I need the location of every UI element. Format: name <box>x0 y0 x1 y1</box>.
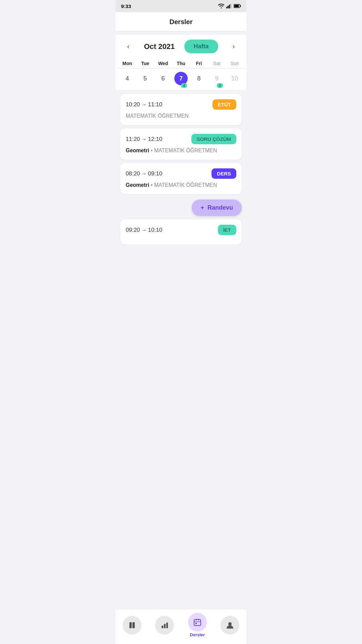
time-end: 11:10 <box>148 101 163 108</box>
svg-rect-8 <box>132 622 135 628</box>
svg-rect-9 <box>162 626 163 628</box>
hafta-button[interactable]: Hafta <box>184 40 218 53</box>
date-number-6: 6 <box>157 72 170 85</box>
svg-rect-6 <box>240 5 241 7</box>
time-end: 12:10 <box>148 136 163 143</box>
time-end: 10:10 <box>148 227 163 233</box>
date-cell-8[interactable]: 8 <box>190 72 208 85</box>
date-cell-6[interactable]: 6 <box>154 72 172 85</box>
subject-rest: • MATEMATİK ÖĞRETMEN <box>149 182 217 188</box>
time-start: 09:20 <box>126 227 140 233</box>
dersler-nav-label: Dersler <box>190 632 205 637</box>
battery-icon <box>234 4 241 8</box>
books-icon <box>128 621 136 630</box>
day-label-wed: Wed <box>154 61 172 68</box>
lesson-subject-0: MATEMATİK ÖĞRETMEN <box>126 113 236 119</box>
nav-item-profile[interactable] <box>221 616 239 635</box>
svg-rect-0 <box>226 7 227 8</box>
day-label-thu: Thu <box>172 61 190 68</box>
date-cell-7[interactable]: 74 <box>172 72 190 85</box>
lesson-subject-1: Geometri • MATEMATİK ÖĞRETMEN <box>126 148 236 154</box>
time-start: 11:20 <box>126 136 140 143</box>
lesson-badge-0: ETÜT <box>213 99 236 110</box>
subject-bold: Geometri <box>126 182 149 188</box>
day-label-mon: Mon <box>118 61 136 68</box>
randevu-fab-button[interactable]: + Randevu <box>192 200 242 216</box>
date-badge-7: 4 <box>181 83 187 88</box>
calendar-nav: ‹ Oct 2021 Hafta › <box>116 35 246 58</box>
bottom-nav: Dersler <box>116 609 246 644</box>
day-label-fri: Fri <box>190 61 208 68</box>
lesson-card-0[interactable]: 10:20 → 11:10ETÜTMATEMATİK ÖĞRETMEN <box>120 94 242 125</box>
date-cell-9[interactable]: 92 <box>208 72 226 85</box>
calendar-icon <box>193 618 202 627</box>
time-start: 08:20 <box>126 170 140 177</box>
lesson-badge-3: İET <box>218 225 236 235</box>
svg-rect-7 <box>129 622 132 628</box>
svg-rect-15 <box>194 622 201 622</box>
date-badge-9: 2 <box>217 83 223 88</box>
week-dates[interactable]: 4567489210 <box>116 68 246 90</box>
nav-item-stats[interactable] <box>155 616 174 635</box>
svg-point-17 <box>228 622 232 626</box>
stats-icon-circle <box>155 616 174 635</box>
lesson-top-0: 10:20 → 11:10ETÜT <box>126 99 236 110</box>
header: Dersler <box>116 12 246 32</box>
lesson-time-1: 11:20 → 12:10 <box>126 136 162 143</box>
lesson-time-3: 09:20 → 10:10 <box>126 227 162 233</box>
date-number-8: 8 <box>192 72 205 85</box>
week-days-header: MonTueWedThuFriSatSun <box>116 58 246 68</box>
prev-month-button[interactable]: ‹ <box>122 41 134 53</box>
svg-rect-2 <box>229 5 230 8</box>
lesson-subject-2: Geometri • MATEMATİK ÖĞRETMEN <box>126 182 236 188</box>
date-cell-5[interactable]: 5 <box>136 72 154 85</box>
lesson-card-1[interactable]: 11:20 → 12:10SORU ÇÖZÜMGeometri • MATEMA… <box>120 128 242 160</box>
date-cell-4[interactable]: 4 <box>118 72 136 85</box>
time-arrow: → <box>141 136 147 142</box>
lesson-time-2: 08:20 → 09:10 <box>126 170 162 177</box>
profile-icon-circle <box>221 616 239 635</box>
svg-rect-16 <box>195 623 197 624</box>
wifi-icon <box>218 4 224 8</box>
time-arrow: → <box>141 171 147 177</box>
lesson-top-3: 09:20 → 10:10İET <box>126 225 236 235</box>
lesson-time-0: 10:20 → 11:10 <box>126 101 162 108</box>
stats-icon <box>160 621 169 630</box>
date-number-9: 92 <box>210 72 224 85</box>
lesson-top-1: 11:20 → 12:10SORU ÇÖZÜM <box>126 134 236 144</box>
time-start: 10:20 <box>126 101 140 108</box>
nav-item-dersler[interactable]: Dersler <box>188 613 207 637</box>
date-number-4: 4 <box>121 72 134 85</box>
svg-rect-3 <box>230 4 231 8</box>
next-month-button[interactable]: › <box>228 41 240 53</box>
lesson-card-2[interactable]: 08:20 → 09:10DERSGeometri • MATEMATİK ÖĞ… <box>120 163 242 194</box>
dersler-icon-circle <box>188 613 207 632</box>
lesson-badge-2: DERS <box>212 168 236 179</box>
date-number-5: 5 <box>138 72 152 85</box>
profile-icon <box>226 621 234 630</box>
status-icons <box>218 4 241 8</box>
time-arrow: → <box>141 227 147 233</box>
subject-rest: • MATEMATİK ÖĞRETMEN <box>149 148 217 153</box>
books-icon-circle <box>123 616 141 635</box>
day-label-tue: Tue <box>136 61 154 68</box>
signal-icon <box>226 4 232 8</box>
svg-rect-12 <box>194 620 201 626</box>
svg-rect-14 <box>198 619 199 621</box>
date-number-7: 74 <box>174 72 188 85</box>
status-time: 9:33 <box>121 3 131 9</box>
svg-rect-13 <box>196 619 197 621</box>
svg-rect-1 <box>228 6 229 8</box>
time-end: 09:10 <box>148 170 163 177</box>
date-cell-10[interactable]: 10 <box>226 72 244 85</box>
time-arrow: → <box>141 102 147 108</box>
day-label-sun: Sun <box>226 61 244 68</box>
lesson-card-3[interactable]: 09:20 → 10:10İET <box>120 219 242 245</box>
lesson-badge-1: SORU ÇÖZÜM <box>191 134 237 144</box>
randevu-plus-icon2: + <box>200 204 204 211</box>
randevu-label2: Randevu <box>207 204 233 211</box>
nav-item-books[interactable] <box>123 616 141 635</box>
svg-rect-5 <box>234 5 239 7</box>
day-label-sat: Sat <box>208 61 226 68</box>
status-bar: 9:33 <box>116 0 246 12</box>
